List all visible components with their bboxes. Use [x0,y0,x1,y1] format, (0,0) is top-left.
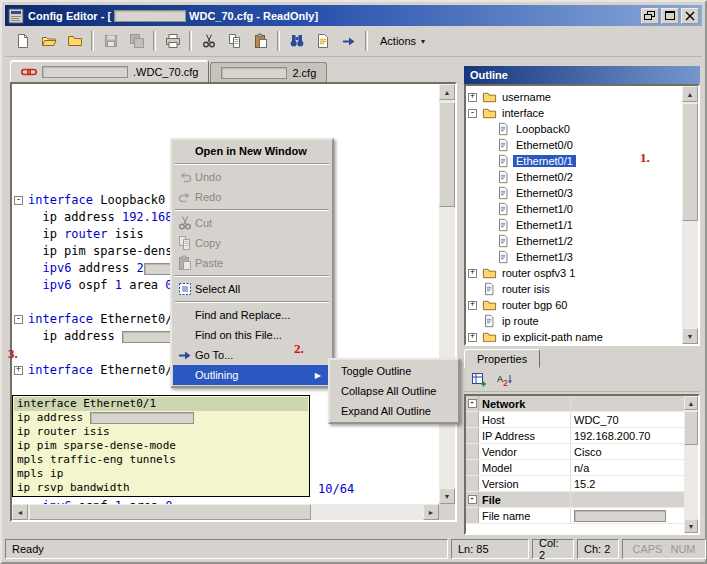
menu-item-outlining[interactable]: Outlining▶ [173,365,331,385]
vertical-scrollbar-thumb[interactable] [439,102,455,207]
outline-node-ethernet1-2[interactable]: Ethernet1/2 [468,233,680,249]
actions-label: Actions [380,35,416,47]
cut-icon [201,33,217,49]
goto-button[interactable] [336,29,361,53]
close-button[interactable] [681,8,699,24]
cut-button[interactable] [196,29,221,53]
open-folder-button[interactable] [36,29,61,53]
copy-button[interactable] [222,29,247,53]
restore-button[interactable] [641,8,659,24]
property-category-file[interactable]: -File [466,492,684,508]
tree-doc-icon [495,153,511,169]
sort-alphabetical-button[interactable]: A2 [494,370,516,390]
categorized-view-button[interactable] [468,370,490,390]
outline-node-loopback0[interactable]: Loopback0 [468,121,680,137]
scroll-right-icon[interactable]: ► [423,504,439,520]
menu-icon-slot [175,347,195,363]
menu-item-copy[interactable]: Copy [173,233,331,253]
property-row-version[interactable]: Version15.2 [466,476,684,492]
menu-item-collapse-all-outline[interactable]: Collapse All Outline [331,381,457,401]
collapse-icon[interactable]: - [468,495,477,504]
save-button[interactable] [98,29,123,53]
tooltip-text: mpls ip [17,467,63,481]
outline-node-username[interactable]: +username [468,89,680,105]
property-row-file-name[interactable]: File name [466,508,684,524]
scroll-up-icon[interactable]: ▲ [439,84,455,100]
editor-horizontal-scrollbar[interactable]: ◄ ► [12,504,439,520]
find-button[interactable] [284,29,309,53]
tab-properties[interactable]: Properties [464,349,540,368]
folder-button[interactable] [62,29,87,53]
menu-item-find-on-this-file[interactable]: Find on this File... [173,325,331,345]
outline-node-router-isis[interactable]: router isis [468,281,680,297]
expand-icon[interactable]: + [468,301,477,310]
outline-node-ethernet0-2[interactable]: Ethernet0/2 [468,169,680,185]
expand-icon[interactable]: + [468,269,477,278]
property-row-ip-address[interactable]: IP Address192.168.200.70 [466,428,684,444]
menu-icon-slot [175,281,195,297]
print-button[interactable] [160,29,185,53]
property-row-model[interactable]: Modeln/a [466,460,684,476]
vertical-scrollbar-thumb[interactable] [684,411,698,445]
outline-node-ip-explicit-path-name[interactable]: +ip explicit-path name [468,329,680,342]
property-grid-scrollbar[interactable]: ▲ ▼ [684,396,698,533]
document-tab-1[interactable]: .WDC_70.cfg [10,60,209,82]
outline-node-ethernet1-3[interactable]: Ethernet1/3 [468,249,680,265]
editor-vertical-scrollbar[interactable]: ▲ ▼ [439,84,455,504]
menu-item-redo[interactable]: Redo [173,187,331,207]
scroll-up-icon[interactable]: ▲ [684,396,698,410]
menu-item-expand-all-outline[interactable]: Expand All Outline [331,401,457,421]
title-bar[interactable]: Config Editor - [ WDC_70.cfg - ReadOnly] [5,5,702,26]
property-row-host[interactable]: HostWDC_70 [466,412,684,428]
tooltip-line: ip address [14,411,308,425]
menu-item-cut[interactable]: Cut [173,213,331,233]
property-category-network[interactable]: -Network [466,396,684,412]
config-editor-window: Config Editor - [ WDC_70.cfg - ReadOnly]… [0,0,707,564]
menu-item-label: Open in New Window [195,145,307,157]
fold-expand-icon[interactable]: + [14,366,23,375]
menu-item-open-in-new-window[interactable]: Open in New Window [173,141,331,161]
scroll-down-icon[interactable]: ▼ [684,519,698,533]
menu-item-paste[interactable]: Paste [173,253,331,273]
new-file-button[interactable] [10,29,35,53]
outline-node-ethernet0-3[interactable]: Ethernet0/3 [468,185,680,201]
expand-icon[interactable]: + [468,93,477,102]
window-title-suffix: WDC_70.cfg - ReadOnly] [189,10,318,22]
outline-node-ethernet1-1[interactable]: Ethernet1/1 [468,217,680,233]
scroll-left-icon[interactable]: ◄ [12,504,28,520]
document-tab-2[interactable]: 2.cfg [210,62,327,82]
menu-item-toggle-outline[interactable]: Toggle Outline [331,361,457,381]
menu-item-select-all[interactable]: Select All [173,279,331,299]
tree-doc-icon [495,201,511,217]
collapse-icon[interactable]: - [468,399,477,408]
outline-node-ip-route[interactable]: ip route [468,313,680,329]
expand-icon[interactable]: + [468,333,477,342]
find-results-button[interactable] [310,29,335,53]
fold-collapse-icon[interactable]: - [14,196,23,205]
outline-node-router-bgp-60[interactable]: +router bgp 60 [468,297,680,313]
vertical-scrollbar-thumb[interactable] [682,103,698,221]
actions-menu-button[interactable]: Actions ▾ [372,29,433,53]
outline-node-router-ospfv3-1[interactable]: +router ospfv3 1 [468,265,680,281]
property-row-vendor[interactable]: VendorCisco [466,444,684,460]
tooltip-text: ip router isis [17,425,110,439]
fold-collapse-icon[interactable]: - [14,315,23,324]
collapse-icon[interactable]: - [468,109,477,118]
annotation-3: 3. [8,346,18,362]
menu-item-go-to[interactable]: Go To... [173,345,331,365]
save-all-button[interactable] [124,29,149,53]
scroll-down-icon[interactable]: ▼ [682,328,698,344]
horizontal-scrollbar-thumb[interactable] [29,504,311,520]
scroll-up-icon[interactable]: ▲ [682,86,698,102]
outline-node-interface[interactable]: -interface [468,105,680,121]
paste-button[interactable] [248,29,273,53]
menu-item-undo[interactable]: Undo [173,167,331,187]
outline-scrollbar[interactable]: ▲ ▼ [682,86,698,344]
outline-node-ethernet1-0[interactable]: Ethernet1/0 [468,201,680,217]
outlining-submenu: Toggle OutlineCollapse All OutlineExpand… [328,358,460,424]
scroll-down-icon[interactable]: ▼ [439,488,455,504]
menu-item-find-and-replace[interactable]: Find and Replace... [173,305,331,325]
outline-node-label: interface [499,107,547,119]
maximize-button[interactable] [661,8,679,24]
code-text: area [122,277,165,294]
